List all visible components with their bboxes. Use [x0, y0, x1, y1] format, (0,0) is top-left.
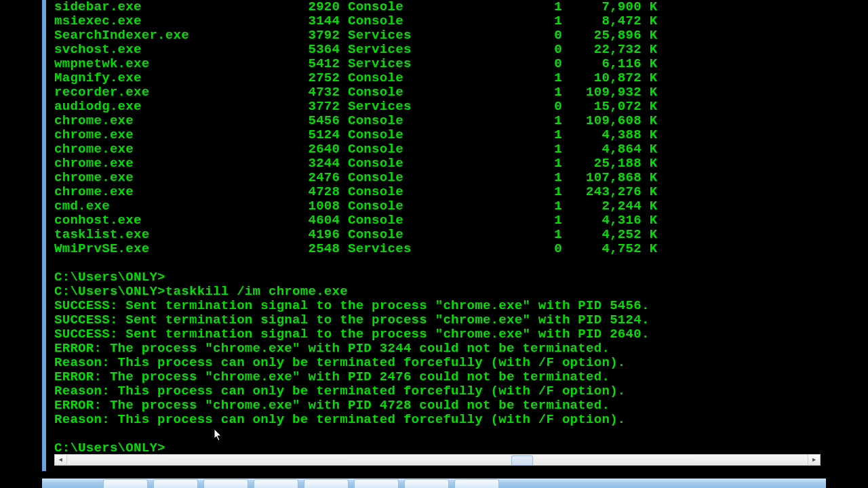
prompt-line: C:\Users\ONLY> — [54, 270, 821, 285]
process-row: wmpnetwk.exe 5412 Services 0 6,116 K — [54, 57, 821, 71]
scroll-track[interactable] — [67, 455, 808, 465]
process-row: tasklist.exe 4196 Console 1 4,252 K — [54, 228, 821, 242]
horizontal-scrollbar[interactable]: ◄ ► — [54, 454, 821, 466]
taskbar-button[interactable] — [354, 479, 399, 488]
output-line: SUCCESS: Sent termination signal to the … — [54, 313, 821, 327]
prompt-line[interactable]: C:\Users\ONLY> — [54, 441, 821, 453]
output-line: SUCCESS: Sent termination signal to the … — [54, 299, 821, 313]
process-row: chrome.exe 3244 Console 1 25,188 K — [54, 157, 821, 171]
process-row: svchost.exe 5364 Services 0 22,732 K — [54, 43, 821, 57]
process-row: SearchIndexer.exe 3792 Services 0 25,896… — [54, 28, 821, 43]
taskbar-button[interactable] — [454, 479, 499, 488]
output-line: ERROR: The process "chrome.exe" with PID… — [54, 370, 821, 384]
taskbar-button[interactable] — [254, 479, 298, 488]
taskbar-button[interactable] — [203, 479, 248, 488]
process-row: sidebar.exe 2920 Console 1 7,900 K — [54, 0, 821, 14]
process-row: audiodg.exe 3772 Services 0 15,072 K — [54, 100, 821, 114]
desktop: sidebar.exe 2920 Console 1 7,900 Kmsiexe… — [0, 0, 868, 488]
command-line: C:\Users\ONLY>taskkill /im chrome.exe — [54, 285, 821, 299]
output-line: ERROR: The process "chrome.exe" with PID… — [54, 399, 821, 413]
taskbar[interactable] — [42, 479, 826, 488]
process-row: chrome.exe 5456 Console 1 109,608 K — [54, 114, 821, 128]
output-line: Reason: This process can only be termina… — [54, 413, 821, 427]
taskbar-button[interactable] — [103, 479, 148, 488]
process-row: cmd.exe 1008 Console 1 2,244 K — [54, 199, 821, 214]
taskbar-button[interactable] — [153, 479, 198, 488]
process-row: chrome.exe 2640 Console 1 4,864 K — [54, 142, 821, 157]
scroll-thumb[interactable] — [511, 455, 533, 466]
output-line: Reason: This process can only be termina… — [54, 356, 821, 370]
scroll-left-arrow-icon[interactable]: ◄ — [55, 455, 67, 465]
scroll-right-arrow-icon[interactable]: ► — [808, 455, 820, 465]
taskbar-button[interactable] — [404, 479, 449, 488]
terminal-output[interactable]: sidebar.exe 2920 Console 1 7,900 Kmsiexe… — [54, 0, 821, 453]
process-row: chrome.exe 4728 Console 1 243,276 K — [54, 185, 821, 199]
output-line: SUCCESS: Sent termination signal to the … — [54, 327, 821, 342]
taskbar-button[interactable] — [304, 479, 349, 488]
process-row: conhost.exe 4604 Console 1 4,316 K — [54, 214, 821, 228]
process-row: Magnify.exe 2752 Console 1 10,872 K — [54, 71, 821, 85]
process-row: recorder.exe 4732 Console 1 109,932 K — [54, 85, 821, 100]
cmd-window: sidebar.exe 2920 Console 1 7,900 Kmsiexe… — [42, 0, 826, 471]
output-line: ERROR: The process "chrome.exe" with PID… — [54, 342, 821, 356]
process-row: chrome.exe 5124 Console 1 4,388 K — [54, 128, 821, 142]
process-row: msiexec.exe 3144 Console 1 8,472 K — [54, 14, 821, 28]
process-row: chrome.exe 2476 Console 1 107,868 K — [54, 171, 821, 185]
output-line: Reason: This process can only be termina… — [54, 384, 821, 399]
process-row: WmiPrvSE.exe 2548 Services 0 4,752 K — [54, 242, 821, 256]
